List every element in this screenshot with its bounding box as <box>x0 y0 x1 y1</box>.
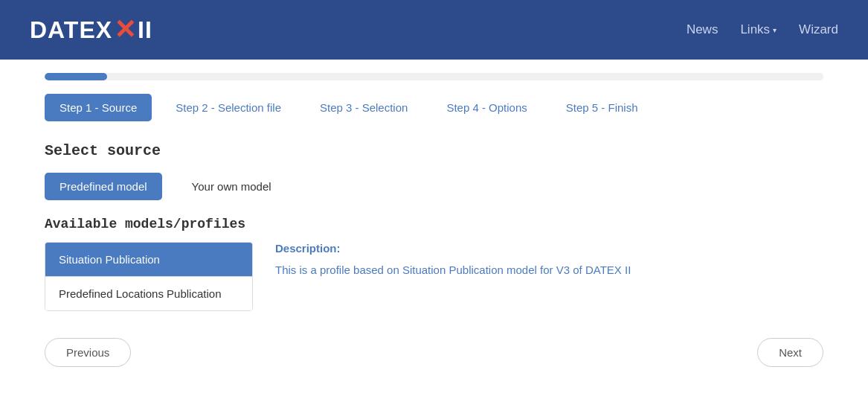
progress-bar <box>45 73 823 80</box>
description-label: Description: <box>275 242 823 255</box>
description-text: This is a profile based on Situation Pub… <box>275 262 823 279</box>
step-4-button[interactable]: Step 4 - Options <box>431 94 541 121</box>
model-item-locations[interactable]: Predefined Locations Publication <box>45 276 252 310</box>
nav-wizard[interactable]: Wizard <box>799 22 838 37</box>
models-title: Available models/profiles <box>45 217 823 231</box>
header: DATEX ✕ II News Links ▾ Wizard <box>0 0 868 60</box>
main-content: Select source Predefined model Your own … <box>45 142 823 311</box>
steps-row: Step 1 - Source Step 2 - Selection file … <box>45 94 823 121</box>
logo: DATEX ✕ II <box>30 14 152 45</box>
previous-button[interactable]: Previous <box>45 338 131 367</box>
step-5-button[interactable]: Step 5 - Finish <box>551 94 653 121</box>
logo-roman: II <box>138 16 152 44</box>
nav-buttons: Previous Next <box>45 338 823 367</box>
next-button[interactable]: Next <box>757 338 823 367</box>
source-options: Predefined model Your own model <box>45 173 823 200</box>
own-model-button[interactable]: Your own model <box>177 173 286 200</box>
nav: News Links ▾ Wizard <box>687 22 838 37</box>
model-list: Situation Publication Predefined Locatio… <box>45 242 253 311</box>
nav-news[interactable]: News <box>687 22 718 37</box>
chevron-down-icon: ▾ <box>773 26 777 34</box>
model-item-situation[interactable]: Situation Publication <box>45 243 252 276</box>
description-panel: Description: This is a profile based on … <box>275 242 823 279</box>
models-layout: Situation Publication Predefined Locatio… <box>45 242 823 311</box>
step-1-button[interactable]: Step 1 - Source <box>45 94 152 121</box>
progress-fill <box>45 73 107 80</box>
logo-x-icon: ✕ <box>114 14 136 45</box>
step-3-button[interactable]: Step 3 - Selection <box>305 94 422 121</box>
step-2-button[interactable]: Step 2 - Selection file <box>161 94 296 121</box>
nav-links-label: Links <box>740 22 770 37</box>
select-source-title: Select source <box>45 142 823 159</box>
logo-text: DATEX <box>30 16 112 44</box>
nav-links[interactable]: Links ▾ <box>740 22 777 37</box>
predefined-model-button[interactable]: Predefined model <box>45 173 162 200</box>
